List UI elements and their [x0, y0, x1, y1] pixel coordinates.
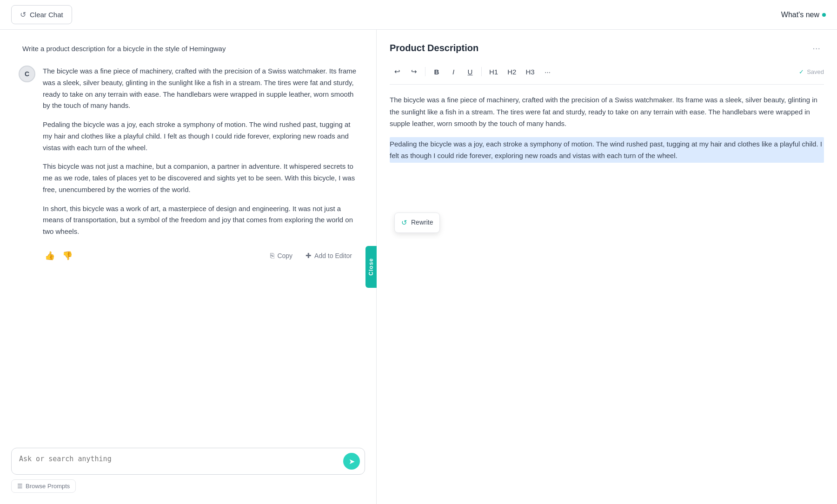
- avatar-label: C: [25, 70, 29, 78]
- editor-content[interactable]: The bicycle was a fine piece of machiner…: [390, 94, 824, 493]
- response-actions: 👍 👎 ⎘ Copy ✚ Add to Editor: [43, 247, 358, 263]
- chat-messages: Write a product description for a bicycl…: [0, 30, 376, 438]
- more-formatting-label: ···: [545, 68, 551, 76]
- ai-response: C The bicycle was a fine piece of machin…: [19, 66, 358, 263]
- underline-button[interactable]: U: [463, 65, 478, 79]
- ai-paragraph-2: Pedaling the bicycle was a joy, each str…: [43, 119, 358, 153]
- undo-button[interactable]: ↩: [390, 65, 405, 79]
- add-to-editor-button[interactable]: ✚ Add to Editor: [300, 249, 358, 263]
- chat-input-box: ➤: [11, 448, 365, 475]
- saved-label: Saved: [807, 68, 824, 75]
- notification-dot: [822, 13, 826, 17]
- h2-label: H2: [507, 68, 516, 76]
- editor-header: Product Description ···: [390, 41, 824, 55]
- ai-paragraph-1: The bicycle was a fine piece of machiner…: [43, 66, 358, 112]
- add-to-editor-label: Add to Editor: [314, 252, 352, 259]
- chat-panel: Write a product description for a bicycl…: [0, 30, 377, 504]
- thumbs-down-button[interactable]: 👎: [60, 249, 74, 263]
- italic-button[interactable]: I: [446, 65, 461, 79]
- ai-paragraph-4: In short, this bicycle was a work of art…: [43, 203, 358, 238]
- main-content: Write a product description for a bicycl…: [0, 30, 837, 504]
- close-tab[interactable]: Close: [365, 246, 377, 288]
- h1-button[interactable]: H1: [485, 65, 502, 79]
- h3-button[interactable]: H3: [522, 65, 538, 79]
- underline-label: U: [468, 68, 473, 76]
- copy-icon: ⎘: [270, 252, 274, 259]
- editor-paragraph-1: The bicycle was a fine piece of machiner…: [390, 94, 824, 130]
- vote-buttons: 👍 👎: [43, 249, 74, 263]
- editor-panel: Product Description ··· ↩ ↪ B I U: [377, 30, 837, 504]
- refresh-icon: ↺: [20, 10, 26, 19]
- redo-icon: ↪: [411, 67, 417, 76]
- chat-input-area: ➤ ☰ Browse Prompts: [0, 438, 376, 504]
- bold-button[interactable]: B: [429, 65, 444, 79]
- copy-label: Copy: [277, 252, 292, 259]
- action-buttons: ⎘ Copy ✚ Add to Editor: [265, 249, 358, 263]
- italic-label: I: [452, 68, 454, 76]
- browse-prompts-icon: ☰: [17, 483, 23, 490]
- editor-title: Product Description: [390, 43, 478, 53]
- whats-new-label: What's new: [781, 11, 819, 19]
- copy-button[interactable]: ⎘ Copy: [265, 249, 298, 263]
- bold-label: B: [434, 68, 439, 76]
- whats-new-button[interactable]: What's new: [781, 11, 826, 19]
- rewrite-label: Rewrite: [411, 217, 433, 228]
- editor-menu-button[interactable]: ···: [809, 41, 824, 55]
- more-formatting-button[interactable]: ···: [540, 65, 555, 79]
- send-button[interactable]: ➤: [343, 453, 360, 470]
- clear-chat-button[interactable]: ↺ Clear Chat: [11, 5, 72, 24]
- rewrite-icon: ↺: [401, 217, 407, 229]
- ai-paragraph-3: This bicycle was not just a machine, but…: [43, 161, 358, 195]
- more-options-icon: ···: [812, 43, 820, 53]
- send-icon: ➤: [349, 457, 355, 466]
- h3-label: H3: [525, 68, 534, 76]
- toolbar-divider-1: [425, 67, 425, 76]
- avatar: C: [19, 66, 35, 82]
- editor-toolbar: ↩ ↪ B I U H1 H2 H3: [390, 65, 824, 85]
- user-message-text: Write a product description for a bicycl…: [22, 45, 226, 53]
- toolbar-saved-status: ✓ Saved: [799, 68, 824, 75]
- add-icon: ✚: [306, 252, 312, 260]
- h1-label: H1: [489, 68, 498, 76]
- close-tab-label: Close: [368, 258, 374, 276]
- editor-paragraph-2: Pedaling the bicycle was a joy, each str…: [390, 137, 824, 163]
- toolbar-divider-2: [481, 67, 482, 76]
- top-bar: ↺ Clear Chat What's new: [0, 0, 837, 30]
- rewrite-popup[interactable]: ↺ Rewrite: [394, 212, 440, 233]
- clear-chat-label: Clear Chat: [30, 11, 63, 19]
- browse-prompts-label: Browse Prompts: [26, 483, 70, 490]
- h2-button[interactable]: H2: [504, 65, 520, 79]
- redo-button[interactable]: ↪: [406, 65, 421, 79]
- ai-text-content: The bicycle was a fine piece of machiner…: [43, 66, 358, 263]
- saved-check-icon: ✓: [799, 68, 804, 75]
- user-message: Write a product description for a bicycl…: [19, 45, 358, 53]
- thumbs-up-button[interactable]: 👍: [43, 249, 57, 263]
- browse-prompts-button[interactable]: ☰ Browse Prompts: [11, 479, 76, 493]
- undo-icon: ↩: [394, 67, 400, 76]
- chat-input[interactable]: [19, 455, 340, 466]
